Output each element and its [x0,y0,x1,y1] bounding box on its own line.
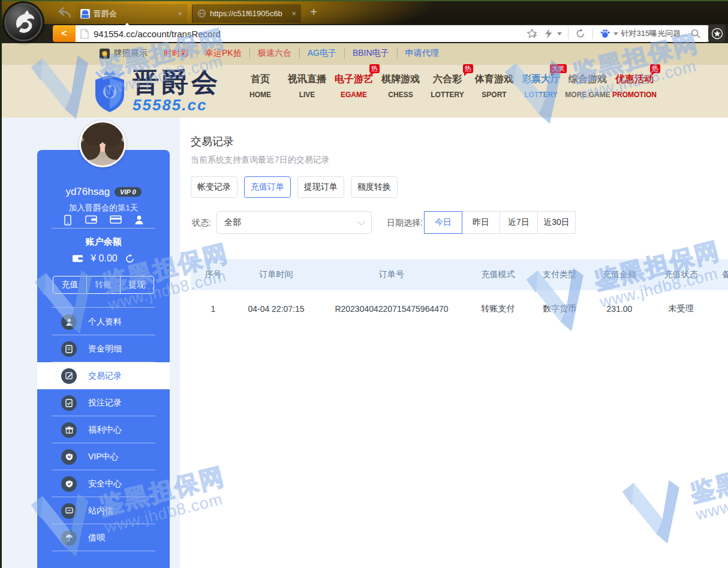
person-icon[interactable] [134,215,144,225]
search-input[interactable]: 针对315曝光问题... [621,28,687,39]
nav-item-chess[interactable]: 棋牌游戏 CHESS [377,73,424,99]
transfer-button[interactable]: 转账 [86,277,121,293]
toplink-ag[interactable]: AG电子 [299,48,336,59]
toplink-license[interactable]: 牌照展示 [114,48,148,59]
col-order-no: 订单号 [317,259,467,290]
sidebar-item-trans-record[interactable]: 交易记录 [37,362,170,389]
tab-quota-transfer[interactable]: 额度转换 [351,176,398,198]
nav-item-sport[interactable]: 体育游戏 SPORT [471,73,518,99]
table-row: 1 04-04 22:07:15 R2023040422071547596447… [191,290,728,327]
sidebar-item-welfare-center[interactable]: 福利中心 [37,416,170,443]
sidebar-item-profile[interactable]: 个人资料 [37,308,170,335]
phone-icon[interactable] [63,215,73,226]
license-icon [100,49,110,59]
toplink-agent[interactable]: 申请代理 [397,48,439,59]
col-pay-type: 支付类型 [530,259,589,290]
nav-item-egame[interactable]: 电子游艺 EGAME 热 [330,73,377,99]
divider [568,28,568,39]
browser-logo[interactable] [4,3,43,41]
cell-deposit-mode: 转账支付 [467,290,530,327]
top-links-bar: 牌照展示 时时彩 幸运PK拾 极速六合 AG电子 BBIN电子 申请代理 [2,42,728,65]
cell-pay-type: 数字货币 [530,290,589,327]
sidebar-item-site-mail[interactable]: 站内信 [37,497,170,524]
col-status: 充值状态 [649,259,712,290]
address-text[interactable]: 941554.cc/account/transRecord [94,29,524,39]
refresh-icon[interactable] [575,28,586,39]
toplink-bbin[interactable]: BBIN电子 [344,48,389,59]
active-tab-caret [123,19,131,28]
favorites-button[interactable] [708,25,726,42]
status-select[interactable]: 全部 [216,211,372,234]
search-icon[interactable] [690,28,701,39]
umbrella-icon [61,530,77,546]
toplink-liuhe[interactable]: 极速六合 [249,48,291,59]
chevron-down-icon[interactable] [557,32,562,38]
star-circle-icon [711,28,723,40]
sidebar-item-vip-center[interactable]: VIP中心 [37,443,170,470]
transactions-table: 序号 订单时间 订单号 充值模式 支付类型 充值金额 充值状态 备注 1 04-… [191,259,728,327]
withdraw-button[interactable]: 提现 [121,277,154,293]
close-icon[interactable]: × [178,9,182,18]
cell-order-no: R20230404220715475964470 [317,290,467,327]
gift-icon [61,422,77,438]
nav-item-more-game[interactable]: 综合游戏 MORE GAME [564,73,611,99]
nav-item-lottery-hall[interactable]: 彩票大厅 LOTTERY 大奖 [518,73,564,99]
refresh-icon[interactable] [125,254,135,264]
date-7days-button[interactable]: 近7日 [500,211,538,234]
nav-item-home[interactable]: 首页 HOME [237,73,284,99]
bookmark-star-icon[interactable] [527,28,537,39]
hot-badge: 热 [650,64,660,73]
browser-tab-active[interactable]: 晋爵会 × [76,4,187,23]
sidebar: yd76hsag VIP 0 加入晋爵会的第1天 账户余额 [37,150,170,568]
bank-card-icon[interactable] [110,215,122,224]
site-logo[interactable]: 晋爵会 55585.cc [92,68,221,115]
baidu-paw-icon[interactable] [600,28,610,39]
close-icon[interactable]: × [291,9,296,18]
deposit-button[interactable]: 充值 [53,277,86,293]
divider [592,28,593,39]
lightning-icon[interactable] [543,28,554,39]
cell-index: 1 [191,290,236,327]
leopard-icon [10,8,37,36]
date-yesterday-button[interactable]: 昨日 [462,211,500,234]
site-header: 晋爵会 55585.cc 首页 HOME 视讯直播 LIVE 电子游艺 EGAM… [2,65,728,118]
date-today-button[interactable]: 今日 [424,211,462,234]
nav-item-lottery6[interactable]: 六合彩 LOTTERY 热 [424,73,471,99]
address-bar[interactable]: 941554.cc/account/transRecord [76,25,709,42]
site-text: 晋爵会 55585.cc [133,68,221,115]
join-days-text: 加入晋爵会的第1天 [37,203,170,214]
sidebar-item-loan[interactable]: 借呗 [37,524,170,551]
page-icon [80,29,89,39]
tab-withdraw-orders[interactable]: 提现订单 [297,176,344,198]
toplink-ssc[interactable]: 时时彩 [155,48,189,59]
hot-badge: 热 [463,64,473,73]
chevron-down-icon[interactable] [613,32,618,38]
browser-back-button[interactable]: < [53,25,76,42]
tab-account-change[interactable]: 帐变记录 [191,176,237,198]
new-tab-button[interactable]: + [306,5,321,20]
divider [52,307,155,308]
chevron-down-icon [357,218,365,226]
site-url: 55585.cc [133,96,221,115]
col-deposit-mode: 充值模式 [467,259,530,290]
sidebar-item-bet-record[interactable]: 投注记录 [37,389,170,416]
browser-tab-background[interactable]: https://c51f61905c6b × [192,4,301,23]
tab-deposit-orders[interactable]: 充值订单 [244,176,291,198]
nav-item-promotion[interactable]: 优惠活动 PROMOTION 热 [611,73,658,99]
date-30days-button[interactable]: 近30日 [537,211,576,234]
lion-shield-icon [92,70,128,113]
tab-title: https://c51f61905c6b [210,9,288,18]
document-pen-icon [61,368,77,384]
tab-favicon-icon [80,9,90,19]
wallet-icon[interactable] [85,215,97,224]
avatar[interactable] [79,121,126,167]
nav-item-live[interactable]: 视讯直播 LIVE [284,73,330,99]
back-arrow-icon[interactable] [58,6,72,18]
sidebar-item-funds-detail[interactable]: 资金明细 [37,335,170,362]
toplink-pk10[interactable]: 幸运PK拾 [197,48,242,59]
main-nav: 首页 HOME 视讯直播 LIVE 电子游艺 EGAME 热 棋牌游戏 CHES… [237,73,658,99]
date-label: 日期选择: [387,211,423,234]
status-label: 状态: [192,211,211,234]
sidebar-item-security-center[interactable]: 安全中心 [37,470,170,497]
cell-status: 未受理 [649,290,712,327]
